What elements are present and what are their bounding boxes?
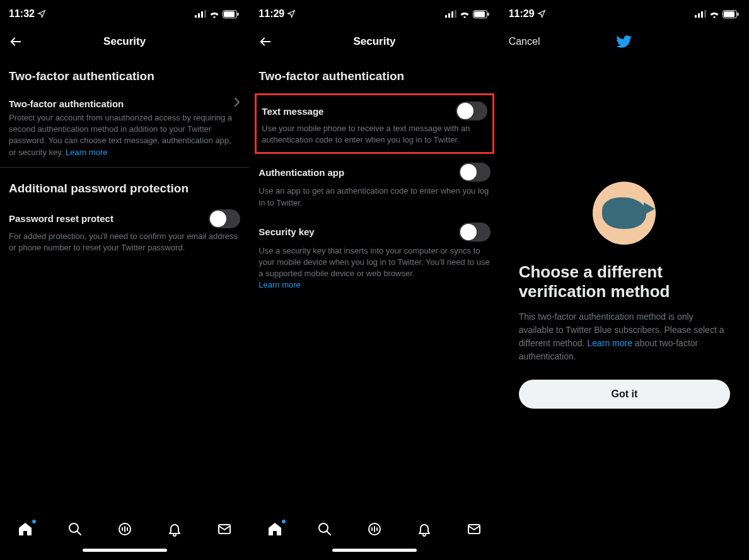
svg-rect-30 [695,15,697,18]
toggle-text-message[interactable] [456,102,487,120]
tab-bar [0,512,249,545]
tab-messages[interactable] [216,521,233,537]
learn-more-link[interactable]: Learn more [66,148,107,157]
svg-rect-21 [487,13,489,16]
svg-rect-36 [737,13,738,16]
home-indicator[interactable] [0,545,249,560]
row-authentication-app[interactable]: Authentication app [258,161,490,185]
envelope-icon [467,522,482,537]
row-description: Use your mobile phone to receive a text … [262,123,487,146]
chevron-right-icon [234,97,240,110]
row-title: Password reset protect [9,213,113,224]
svg-line-24 [327,531,330,535]
highlighted-text-message-option: Text message Use your mobile phone to re… [255,93,494,154]
svg-rect-17 [451,11,453,18]
wifi-icon [459,10,470,18]
svg-rect-1 [198,13,200,18]
status-bar: 11:32 [0,0,249,28]
tab-search[interactable] [316,521,333,537]
screen-choose-different-method: 11:29 Cancel Choose a different verifica… [500,0,749,560]
illustration-icon [593,182,656,245]
row-security-key[interactable]: Security key [258,221,490,245]
section-heading-additional-password: Additional password protection [9,182,240,195]
toggle-authentication-app[interactable] [459,163,491,182]
tab-bar [250,512,499,545]
home-icon [18,522,33,537]
tab-search[interactable] [67,521,83,537]
cellular-icon [695,10,706,18]
svg-rect-0 [195,15,197,18]
row-two-factor-authentication[interactable]: Two-factor authentication [9,92,240,112]
svg-rect-35 [724,11,734,17]
svg-line-9 [77,531,81,535]
microphone-icon [367,522,382,537]
got-it-button[interactable]: Got it [519,380,730,409]
home-indicator[interactable] [250,545,499,560]
back-button[interactable] [9,35,23,49]
status-time: 11:29 [258,8,284,20]
toggle-security-key[interactable] [459,223,491,242]
screen-security-overview: 11:32 Security Two-factor authentication… [0,0,250,560]
svg-rect-6 [238,13,239,16]
envelope-icon [217,522,232,537]
arrow-left-icon [258,35,272,49]
svg-rect-2 [201,11,203,18]
location-arrow-icon [537,9,546,18]
svg-rect-3 [204,10,206,18]
svg-rect-31 [698,13,700,18]
svg-rect-16 [448,13,450,18]
arrow-left-icon [9,35,23,49]
location-arrow-icon [37,9,46,18]
row-title: Two-factor authentication [9,98,124,109]
status-bar: 11:29 [250,0,499,28]
row-password-reset-protect[interactable]: Password reset protect [9,204,240,231]
learn-more-link[interactable]: Learn more [587,338,632,348]
wifi-icon [209,10,220,18]
tab-messages[interactable] [466,521,482,537]
screen-two-factor-options: 11:29 Security Two-factor authentication… [250,0,499,560]
cellular-icon [445,10,456,18]
svg-rect-18 [455,10,456,18]
row-text-message[interactable]: Text message [262,102,487,123]
notification-dot-icon [32,520,36,523]
battery-icon [473,10,489,18]
home-icon [267,522,282,537]
location-arrow-icon [287,9,296,18]
section-heading-two-factor: Two-factor authentication [9,69,240,83]
tab-notifications[interactable] [166,521,183,537]
status-time: 11:29 [509,8,535,20]
tab-spaces[interactable] [366,521,383,537]
tab-home[interactable] [17,521,33,537]
status-time: 11:32 [9,8,35,20]
status-bar: 11:29 [500,0,749,28]
row-title: Authentication app [258,167,344,178]
row-description: Use an app to get an authentication code… [258,185,490,213]
row-description: Protect your account from unauthorized a… [9,112,240,163]
learn-more-link[interactable]: Learn more [258,280,300,289]
bell-icon [417,522,432,537]
svg-rect-5 [224,11,235,17]
wifi-icon [709,10,720,18]
row-description: Use a security key that inserts into you… [258,245,490,296]
modal-description: This two-factor authentication method is… [519,310,730,363]
modal-title: Choose a different verification method [519,262,730,301]
svg-rect-15 [445,15,447,18]
tab-home[interactable] [267,521,283,537]
battery-icon [223,10,239,18]
svg-rect-33 [704,10,706,18]
search-icon [67,522,83,537]
cancel-button[interactable]: Cancel [509,36,540,47]
back-button[interactable] [258,35,272,49]
twitter-logo-icon [616,33,632,50]
tab-notifications[interactable] [416,521,433,537]
notification-dot-icon [282,520,286,523]
nav-header: Cancel [500,28,749,55]
search-icon [317,522,332,537]
tab-spaces[interactable] [117,521,133,537]
divider [0,167,249,168]
toggle-password-reset-protect[interactable] [209,209,240,228]
row-title: Security key [258,226,314,237]
svg-rect-32 [701,11,703,18]
bell-icon [167,522,182,537]
cellular-icon [195,10,206,18]
